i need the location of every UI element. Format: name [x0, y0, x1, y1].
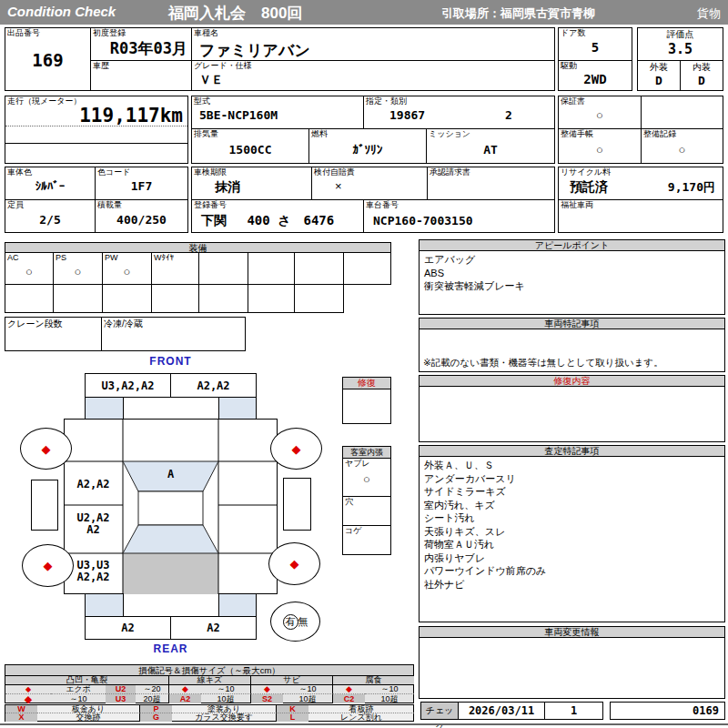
equipment-cell-empty	[102, 284, 152, 313]
model-code-box: 型式 5BE-NCP160M	[191, 96, 364, 129]
welfare-box: 福祉車両	[558, 199, 723, 233]
condition-check-sheet: Condition Check 福岡入札会 800回 引取場所：福岡県古賀市青柳…	[0, 0, 728, 728]
drive-box: 駆動 2WD	[558, 60, 632, 91]
equipment-cell-empty	[53, 284, 103, 313]
recycle-box: リサイクル料 預託済 9,170円	[558, 167, 723, 200]
rear-right-lamp	[218, 593, 257, 617]
check-count: 1	[571, 704, 577, 717]
assessment-lines: 外装Ａ、Ｕ、Ｓ アンダーカバースリ サイドミラーキズ 室内汚れ、キズ シート汚れ…	[420, 457, 724, 622]
check-date-cell: 2026/03/11	[458, 702, 545, 720]
doors-label: ドア数	[561, 29, 585, 38]
class-box: 指定・類別 19867 2	[363, 96, 555, 129]
lining-hole-label: 穴	[345, 498, 353, 507]
left-panel-mid-code: A2,A2	[64, 478, 123, 490]
check-label-cell: チェック	[420, 702, 459, 720]
model-name-label: 車種名	[194, 29, 218, 38]
pickup-location: 引取場所：福岡県古賀市青柳	[441, 5, 595, 22]
rear-bumper-left-code: A2	[121, 622, 134, 634]
fridge-label: 冷凍/冷蔵	[104, 318, 143, 329]
crane-box: クレーン段数	[5, 317, 102, 351]
repair-mini-title: 修復	[343, 378, 390, 389]
rear-bumper-right-cell: A2	[170, 616, 257, 640]
first-registration-label: 初度登録	[93, 29, 126, 38]
mirror-left	[31, 480, 58, 531]
legend-dent-size-2: 20超	[136, 694, 169, 703]
legend-dent-size-1: ～20	[136, 685, 169, 694]
maintenance-book-label: 整備手帳	[561, 130, 593, 139]
equipment-cell-empty	[151, 284, 199, 313]
history-box: 車歴	[90, 60, 192, 91]
equipment-ac-label: AC	[7, 254, 19, 263]
grade-label: グレード・仕様	[194, 62, 252, 71]
score-value: 3.5	[638, 41, 723, 57]
color-code-value: 1F7	[96, 179, 187, 193]
legend-rust-code: S2	[251, 694, 283, 703]
grade-value: ＶＥ	[199, 72, 223, 88]
front-label: FRONT	[118, 355, 223, 368]
maintenance-book-box: 整備手帳 ○	[558, 128, 642, 164]
equipment-cell-empty	[294, 284, 344, 313]
chassis-box: 車台番号 NCP160-7003150	[363, 199, 555, 233]
legend-rust-size-1: ～10	[283, 685, 333, 694]
legend-dent-code-2: U3	[106, 694, 136, 703]
assessment-panel: 査定特記事項 外装Ａ、Ｕ、Ｓ アンダーカバースリ サイドミラーキズ 室内汚れ、キ…	[419, 445, 725, 622]
load-capacity-box: 積載量 400/250	[95, 199, 188, 233]
mileage-label: 走行（現メーター）	[7, 97, 81, 106]
approval-label: 承認請求書	[430, 168, 470, 177]
crane-label: クレーン段数	[7, 318, 63, 329]
spare-yes-circled: 有	[283, 614, 298, 630]
appeal-title: アピールポイント	[420, 240, 724, 251]
lining-burn-label: コゲ	[345, 527, 361, 536]
insurance-label: 検付自賠責	[314, 168, 355, 177]
rear-bumper-left-cell: A2	[85, 616, 171, 640]
approval-box: 承認請求書	[427, 167, 555, 200]
code-g: G	[140, 713, 172, 722]
exterior-grade-box: 外装 D	[637, 60, 681, 91]
spare-tire-indicator: 有無	[270, 602, 320, 642]
interior-label: 内装	[681, 61, 723, 74]
capacity-label: 定員	[7, 201, 24, 210]
damage-diamond-icon: ◆	[290, 558, 299, 570]
displacement-value: 1500CC	[192, 143, 308, 157]
warranty-label: 保証書	[561, 97, 585, 106]
equipment-pw-label: PW	[105, 254, 118, 263]
lot-number-label: 出品番号	[7, 29, 40, 38]
front-bumper-right-code: A2,A2	[197, 379, 229, 392]
fuel-box: 燃料 ｶﾞｿﾘﾝ	[308, 128, 427, 164]
inspection-box: 車検期限 抹消	[191, 167, 312, 200]
score-label: 評価点	[638, 28, 723, 41]
fuel-value: ｶﾞｿﾘﾝ	[309, 143, 426, 157]
front-right-lamp	[218, 397, 257, 420]
displacement-box: 排気量 1500CC	[191, 128, 309, 164]
exterior-label: 外装	[638, 61, 680, 74]
cabin-lining-box: 客室内張 ヤブレ ○ 穴 コゲ	[342, 446, 391, 555]
mileage-box: 走行（現メーター） 119,117km	[5, 96, 188, 164]
legend-diamond-large-icon: ◆	[5, 694, 51, 703]
check-number-cell: 0169	[610, 702, 725, 720]
legend-diamond-icon: ◆	[169, 685, 201, 694]
check-number: 0169	[693, 704, 719, 717]
color-code-box: 色コード 1F7	[95, 167, 188, 200]
repair-content-title: 修復内容	[420, 376, 724, 387]
code-g-desc: ガラス交換要す	[172, 713, 277, 722]
wheel-rear-right: ◆	[268, 542, 320, 585]
code-x: X	[5, 713, 37, 722]
wheel-rear-left: ◆	[22, 544, 74, 587]
front-left-lamp	[85, 397, 124, 420]
equipment-wtire-label: Wﾀｲﾔ	[154, 254, 174, 263]
equipment-cell-empty	[248, 252, 295, 285]
rear-left-lamp	[85, 593, 124, 617]
repair-content-panel: 修復内容	[419, 375, 725, 442]
exterior-value: D	[638, 74, 680, 87]
fridge-box: 冷凍/冷蔵	[101, 317, 246, 351]
lot-number-box: 出品番号 169	[5, 27, 91, 91]
spare-no: 無	[298, 615, 308, 629]
code-x-desc: 交換跡	[37, 713, 140, 722]
recycle-status: 預託済	[570, 179, 608, 196]
maintenance-book-value: ○	[559, 143, 641, 157]
color-code-label: 色コード	[97, 168, 130, 177]
rear-label: REAR	[118, 642, 223, 655]
body-color-value: ｼﾙﾊﾞｰ	[5, 179, 95, 193]
maintenance-record-box: 整備記録 ○	[641, 128, 723, 164]
equipment-cell-ac: AC ○	[5, 252, 54, 285]
